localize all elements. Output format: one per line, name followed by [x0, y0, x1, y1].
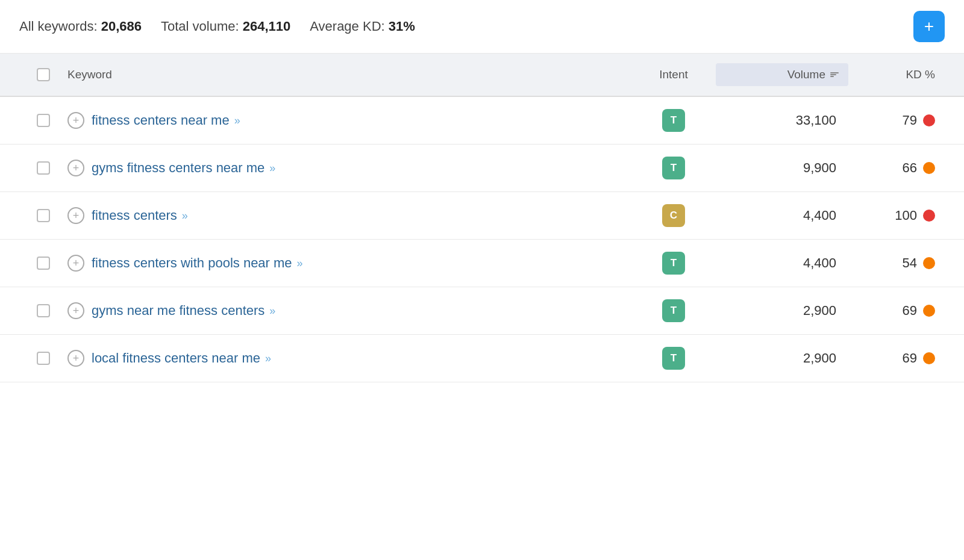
intent-cell: T: [631, 252, 716, 275]
row-checkbox-cell: [19, 114, 67, 127]
keyword-text: gyms near me fitness centers: [92, 303, 264, 319]
row-checkbox-cell: [19, 257, 67, 270]
intent-cell: C: [631, 204, 716, 227]
kd-cell: 69: [848, 303, 945, 319]
keyword-cell: + fitness centers »: [67, 207, 631, 224]
intent-badge: T: [662, 299, 685, 322]
add-to-list-icon[interactable]: +: [67, 255, 84, 272]
volume-cell: 33,100: [716, 113, 848, 128]
col-volume-header[interactable]: Volume: [716, 63, 848, 86]
keyword-text: local fitness centers near me: [92, 350, 260, 366]
kd-cell: 54: [848, 255, 945, 271]
keyword-cell: + gyms near me fitness centers »: [67, 302, 631, 319]
intent-badge: C: [662, 204, 685, 227]
stats-area: All keywords: 20,686 Total volume: 264,1…: [19, 19, 415, 34]
table-body: + fitness centers near me » T 33,100 79 …: [0, 97, 964, 382]
kd-value: 69: [903, 350, 917, 366]
row-checkbox[interactable]: [37, 257, 50, 270]
row-checkbox[interactable]: [37, 114, 50, 127]
avg-kd-stat: Average KD: 31%: [310, 19, 415, 34]
row-checkbox[interactable]: [37, 352, 50, 365]
kd-cell: 69: [848, 350, 945, 366]
row-checkbox-cell: [19, 352, 67, 365]
intent-badge: T: [662, 252, 685, 275]
keyword-cell: + gyms fitness centers near me »: [67, 160, 631, 176]
kd-value: 69: [903, 303, 917, 319]
kd-cell: 79: [848, 113, 945, 128]
row-checkbox-cell: [19, 209, 67, 222]
kd-dot: [923, 162, 935, 174]
keyword-text: fitness centers with pools near me: [92, 255, 292, 271]
header-checkbox-cell: [19, 68, 67, 81]
row-checkbox[interactable]: [37, 209, 50, 222]
table-row: + fitness centers near me » T 33,100 79: [0, 97, 964, 145]
keyword-cell: + fitness centers with pools near me »: [67, 255, 631, 272]
table-row: + fitness centers with pools near me » T…: [0, 240, 964, 287]
keyword-link[interactable]: gyms near me fitness centers »: [92, 303, 274, 319]
kd-cell: 66: [848, 160, 945, 176]
chevrons-icon: »: [234, 114, 239, 127]
add-to-list-icon[interactable]: +: [67, 112, 84, 129]
add-to-list-icon[interactable]: +: [67, 302, 84, 319]
intent-cell: T: [631, 299, 716, 322]
kd-value: 100: [895, 208, 917, 223]
kd-dot: [923, 305, 935, 317]
keyword-link[interactable]: fitness centers with pools near me »: [92, 255, 302, 271]
col-kd-header: KD %: [848, 68, 945, 81]
row-checkbox-cell: [19, 304, 67, 317]
sort-icon: [830, 72, 839, 77]
kd-value: 54: [903, 255, 917, 271]
table-row: + gyms fitness centers near me » T 9,900…: [0, 145, 964, 192]
add-to-list-icon[interactable]: +: [67, 350, 84, 367]
volume-cell: 4,400: [716, 255, 848, 271]
keyword-text: gyms fitness centers near me: [92, 160, 264, 176]
kd-cell: 100: [848, 208, 945, 223]
chevrons-icon: »: [297, 257, 302, 270]
volume-cell: 2,900: [716, 350, 848, 366]
kd-value: 66: [903, 160, 917, 176]
intent-cell: T: [631, 109, 716, 132]
row-checkbox[interactable]: [37, 304, 50, 317]
keyword-link[interactable]: fitness centers »: [92, 208, 187, 223]
add-to-list-icon[interactable]: +: [67, 160, 84, 176]
table-row: + gyms near me fitness centers » T 2,900…: [0, 287, 964, 335]
col-keyword-header: Keyword: [67, 68, 631, 81]
kd-value: 79: [903, 113, 917, 128]
total-volume-stat: Total volume: 264,110: [161, 19, 290, 34]
chevrons-icon: »: [269, 305, 274, 317]
top-bar: All keywords: 20,686 Total volume: 264,1…: [0, 0, 964, 54]
keyword-text: fitness centers near me: [92, 113, 230, 128]
keyword-cell: + fitness centers near me »: [67, 112, 631, 129]
chevrons-icon: »: [265, 352, 270, 365]
keyword-link[interactable]: local fitness centers near me »: [92, 350, 270, 366]
table-row: + local fitness centers near me » T 2,90…: [0, 335, 964, 382]
intent-cell: T: [631, 157, 716, 179]
kd-dot: [923, 257, 935, 269]
keyword-text: fitness centers: [92, 208, 177, 223]
keyword-cell: + local fitness centers near me »: [67, 350, 631, 367]
add-to-list-icon[interactable]: +: [67, 207, 84, 224]
table-row: + fitness centers » C 4,400 100: [0, 192, 964, 240]
header-checkbox[interactable]: [37, 68, 50, 81]
keyword-link[interactable]: gyms fitness centers near me »: [92, 160, 274, 176]
volume-cell: 2,900: [716, 303, 848, 319]
row-checkbox-cell: [19, 161, 67, 175]
kd-dot: [923, 352, 935, 364]
all-keywords-stat: All keywords: 20,686: [19, 19, 142, 34]
intent-badge: T: [662, 347, 685, 370]
chevrons-icon: »: [269, 162, 274, 175]
table-header: Keyword Intent Volume KD %: [0, 54, 964, 97]
add-button[interactable]: +: [913, 11, 945, 42]
intent-cell: T: [631, 347, 716, 370]
chevrons-icon: »: [182, 210, 187, 222]
intent-badge: T: [662, 157, 685, 179]
kd-dot: [923, 210, 935, 222]
volume-cell: 4,400: [716, 208, 848, 223]
kd-dot: [923, 114, 935, 126]
intent-badge: T: [662, 109, 685, 132]
col-intent-header: Intent: [631, 68, 716, 81]
volume-cell: 9,900: [716, 160, 848, 176]
keyword-link[interactable]: fitness centers near me »: [92, 113, 239, 128]
row-checkbox[interactable]: [37, 161, 50, 175]
